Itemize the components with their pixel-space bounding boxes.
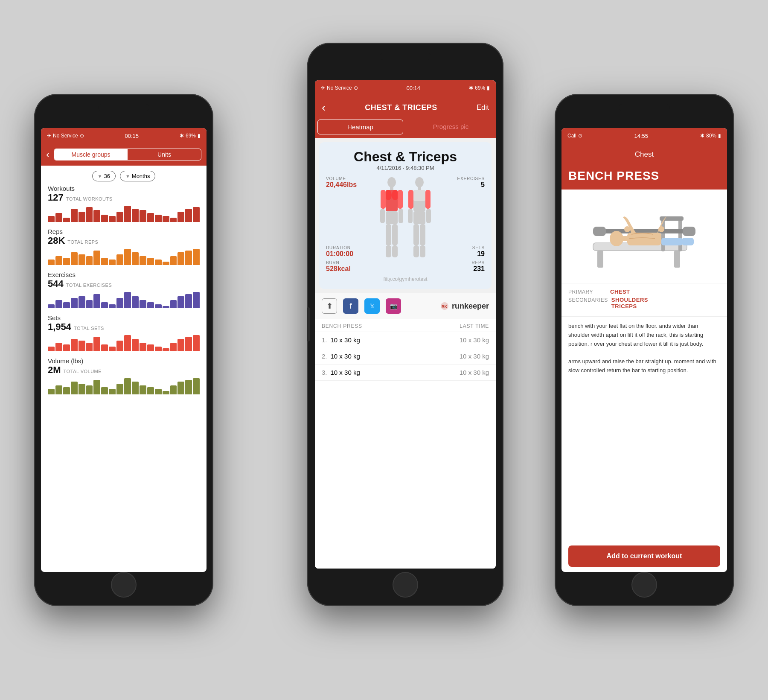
muscle-tags: PRIMARY CHEST SECONDARIES SHOULDERS TRIC… [561, 283, 727, 317]
left-filter-num-value: 36 [104, 173, 110, 179]
left-airplane-icon: ✈ [47, 133, 51, 139]
center-carrier: No Service [327, 85, 352, 91]
stat-section-sublabel: TOTAL EXERCISES [66, 283, 112, 288]
share-upload-button[interactable]: ⬆ [322, 298, 337, 314]
svg-rect-20 [408, 209, 413, 223]
exercise-row-last: 10 x 30 kg [460, 336, 489, 344]
duration-stat: DURATION 01:00:00 [326, 245, 405, 258]
exercise-illustration [561, 190, 727, 283]
chart-bar [116, 212, 123, 222]
seg-muscle-groups[interactable]: Muscle groups [54, 149, 128, 160]
chart-bar [193, 378, 200, 394]
left-filter-period-value: Months [132, 173, 150, 179]
phone-left-home[interactable] [111, 572, 137, 598]
reps-value: 231 [405, 265, 485, 273]
primary-label: PRIMARY [568, 289, 607, 295]
chart-bar [101, 344, 108, 351]
left-filter-number[interactable]: ▼ 36 [92, 171, 116, 181]
phone-right-home[interactable] [631, 572, 657, 598]
svg-rect-24 [420, 224, 425, 245]
chart-bar [185, 209, 192, 222]
center-nav-title: CHEST & TRICEPS [365, 103, 437, 112]
volume-label: VOLUME [326, 176, 376, 181]
share-facebook-button[interactable]: f [343, 298, 358, 314]
svg-rect-43 [682, 238, 694, 245]
chart-bar [79, 384, 85, 394]
phone-right-screen: Call ⊙ 14:55 ✱ 80% ▮ Chest BENCH PR [561, 128, 727, 572]
svg-rect-29 [597, 251, 603, 268]
svg-rect-32 [678, 217, 682, 251]
exercise-desc-text: bench with your feet flat on the floor. … [568, 323, 703, 347]
left-filter-num-arrow: ▼ [98, 174, 102, 179]
exercise-list-row[interactable]: 2.10 x 30 kg10 x 30 kg [315, 348, 496, 365]
stat-section-value: 1,954 [48, 322, 71, 332]
right-battery: 80% [706, 133, 716, 139]
svg-point-4 [392, 190, 399, 200]
chart-bar [55, 385, 62, 394]
svg-rect-30 [674, 251, 680, 268]
chart-bar [124, 335, 131, 351]
chart-bar [140, 343, 146, 351]
chart-bar [63, 302, 70, 308]
chart-bar [147, 344, 154, 351]
phone-left: ✈ No Service ⊙ 00:15 ✱ 69% ▮ ‹ Muscle [34, 94, 213, 606]
chart-bar [55, 300, 62, 308]
chart-bar [93, 251, 100, 265]
chart-bar [147, 258, 154, 265]
share-twitter-button[interactable]: 𝕏 [364, 298, 380, 314]
right-status-bar: Call ⊙ 14:55 ✱ 80% ▮ [561, 128, 727, 143]
svg-rect-23 [413, 224, 419, 245]
stat-section-value: 2M [48, 365, 61, 375]
chart-bar [79, 341, 85, 351]
chart-bar [177, 296, 184, 309]
tab-progress[interactable]: Progress pic [408, 120, 493, 134]
chart-bar [177, 252, 184, 265]
chart-bar [71, 339, 78, 351]
chart-bar [170, 343, 177, 351]
chart-bar [63, 258, 70, 265]
stat-section-val-row: 28KTOTAL REPS [48, 236, 200, 245]
seg-units[interactable]: Units [128, 149, 201, 160]
chart-bar [163, 216, 169, 222]
duration-label: DURATION [326, 245, 405, 250]
left-back-button[interactable]: ‹ [46, 149, 49, 160]
left-bluetooth-icon: ✱ [180, 133, 184, 139]
left-filter-period[interactable]: ▼ Months [120, 171, 156, 181]
stat-section-chart [48, 247, 200, 265]
exercise-section: BENCH PRESS LAST TIME 1.10 x 30 kg10 x 3… [315, 319, 496, 569]
left-battery-icon: ▮ [198, 133, 201, 139]
burn-stat: BURN 528kcal [326, 260, 405, 273]
burn-value: 528kcal [326, 265, 405, 273]
svg-rect-36 [683, 227, 695, 236]
exercise-list-row[interactable]: 1.10 x 30 kg10 x 30 kg [315, 332, 496, 348]
stat-section-sets: Sets1,954TOTAL SETS [48, 314, 200, 351]
volume-value: 20,446lbs [326, 181, 376, 189]
stat-section-sublabel: TOTAL WORKOUTS [66, 196, 113, 201]
center-edit-button[interactable]: Edit [477, 103, 489, 112]
svg-rect-33 [660, 216, 684, 221]
center-tabs: Heatmap Progress pic [315, 120, 496, 138]
tab-heatmap[interactable]: Heatmap [317, 120, 403, 134]
chart-bar [132, 296, 139, 309]
sets-stat: SETS 19 [405, 245, 485, 258]
share-instagram-button[interactable]: 📷 [386, 298, 401, 314]
left-carrier: No Service [53, 133, 78, 139]
add-to-workout-button[interactable]: Add to current workout [568, 545, 720, 567]
left-battery: 69% [186, 133, 196, 139]
chart-bar [132, 252, 139, 265]
exercise-list-row[interactable]: 3.10 x 30 kg10 x 30 kg [315, 365, 496, 381]
chart-bar [132, 339, 139, 351]
chart-bar [147, 387, 154, 394]
stat-section-chart [48, 204, 200, 222]
phone-left-screen: ✈ No Service ⊙ 00:15 ✱ 69% ▮ ‹ Muscle [41, 128, 207, 572]
center-back-button[interactable]: ‹ [322, 101, 326, 114]
phone-center-home[interactable] [393, 572, 418, 598]
stat-section-value: 28K [48, 236, 65, 245]
svg-rect-15 [418, 187, 421, 190]
chart-bar [170, 256, 177, 265]
chart-bar [55, 256, 62, 265]
chart-bar [86, 300, 93, 308]
exercise-list-header: BENCH PRESS LAST TIME [315, 319, 496, 332]
chart-bar [79, 296, 85, 309]
stat-section-label: Workouts [48, 185, 200, 192]
